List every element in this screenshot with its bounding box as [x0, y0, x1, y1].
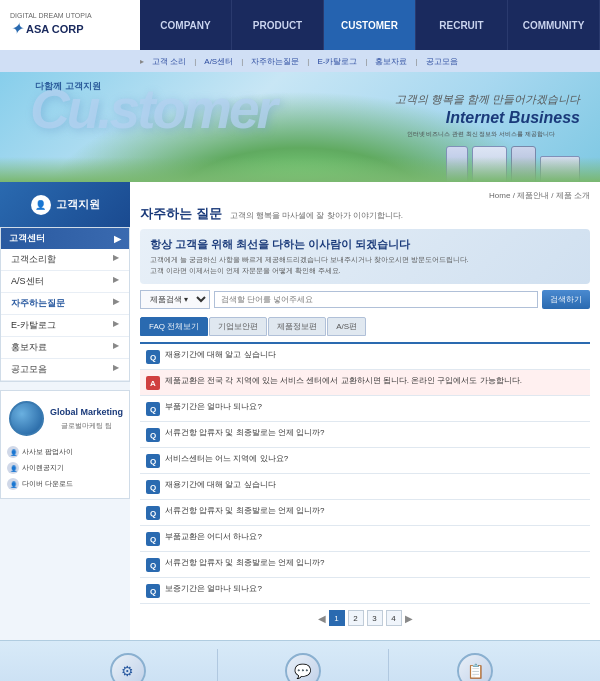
sub-nav: ▸ 고객 소리 | A/S센터 | 자주하는질문 | E-카탈로그 | 홍보자료…	[0, 50, 600, 72]
search-button[interactable]: 검색하기	[542, 290, 590, 309]
search-input[interactable]	[214, 291, 538, 308]
logo-area: DIGITAL DREAM UTOPIA ✦ ASA CORP	[0, 0, 140, 50]
sidebar-link-2[interactable]: 👤 사이렌공지기	[7, 460, 123, 476]
faq-text-8: 서류건항 압류자 및 최종발로는 언제 입니까?	[165, 557, 325, 569]
logo-text: ASA CORP	[26, 23, 84, 35]
faq-text-4: 서비스센터는 어느 지역에 있나요?	[165, 453, 288, 465]
sidebar-item-notice[interactable]: 공고모음 ▶	[1, 359, 129, 381]
sub-nav-notice[interactable]: 공고모음	[420, 54, 464, 69]
faq-text-9: 보증기간은 얼마나 되나요?	[165, 583, 262, 595]
sidebar-item-catalog[interactable]: E-카탈로그 ▶	[1, 315, 129, 337]
faq-item-7[interactable]: Q 부품교환은 어디서 하나요?	[140, 526, 590, 552]
nav-customer[interactable]: CUSTOMER	[324, 0, 416, 50]
service-tech-icon: ⚙	[110, 653, 146, 681]
hero-title: Internet Business	[395, 109, 580, 127]
hero-grass	[0, 157, 600, 182]
sidebar-menu: 고객센터 ▶ 고객소리함 ▶ A/S센터 ▶ 자주하는질문 ▶ E-카탈로그 ▶…	[0, 227, 130, 382]
sub-nav-faq[interactable]: 자주하는질문	[245, 54, 305, 69]
service-biz[interactable]: 📋 업무제휴 이사하는 업무기업과의 업무를 대원합니다	[389, 649, 561, 681]
faq-item-3[interactable]: Q 서류건항 압류자 및 최종발로는 언제 입니까?	[140, 422, 590, 448]
sidebar-header-text: 고객지원	[56, 197, 100, 212]
sub-nav-customer-voice[interactable]: 고객 소리	[146, 54, 192, 69]
faq-text-7: 부품교환은 어디서 하나요?	[165, 531, 262, 543]
faq-text-1: 제품교환은 전국 각 지역에 있는 서비스 센터에서 교환하시면 됩니다. 온라…	[165, 375, 522, 387]
hero-tag: 다함께 고객지원	[35, 80, 101, 93]
faq-tab-as[interactable]: A/S편	[327, 317, 366, 336]
next-page-btn[interactable]: ▶	[405, 613, 413, 624]
sidebar-item-as[interactable]: A/S센터 ▶	[1, 271, 129, 293]
sub-nav-pr[interactable]: 홍보자료	[369, 54, 413, 69]
faq-item-2[interactable]: Q 부품기간은 얼마나 되나요?	[140, 396, 590, 422]
hero-banner: Cu.stomer 다함께 고객지원 고객의 행복을 함께 만들어가겠습니다 I…	[0, 72, 600, 182]
sub-nav-as[interactable]: A/S센터	[198, 54, 239, 69]
page-btn-4[interactable]: 4	[386, 610, 402, 626]
hero-sub: 고객의 행복을 함께 만들어가겠습니다	[395, 92, 580, 107]
sub-nav-catalog[interactable]: E-카탈로그	[311, 54, 363, 69]
page-btn-3[interactable]: 3	[367, 610, 383, 626]
faq-text-5: 재용기간에 대해 알고 싶습니다	[165, 479, 276, 491]
faq-tab-enterprise[interactable]: 기업보안편	[209, 317, 267, 336]
logo-sub: DIGITAL DREAM UTOPIA	[10, 12, 92, 19]
faq-tabs: FAQ 전체보기 기업보안편 제품정보편 A/S편	[140, 317, 590, 336]
breadcrumb: Home / 제품안내 / 제품 소개	[140, 190, 590, 201]
sidebar-link-1[interactable]: 👤 사사보 팜업사이	[7, 444, 123, 460]
faq-q-icon-7: Q	[146, 532, 160, 546]
faq-text-2: 부품기간은 얼마나 되나요?	[165, 401, 262, 413]
faq-text-3: 서류건항 압류자 및 최종발로는 언제 입니까?	[165, 427, 325, 439]
faq-q-icon-0: Q	[146, 350, 160, 364]
sidebar-item-customer-voice[interactable]: 고객소리함 ▶	[1, 249, 129, 271]
faq-item-4[interactable]: Q 서비스센터는 어느 지역에 있나요?	[140, 448, 590, 474]
banner-desc2: 고객 이라면 이제서는이 언제 자문문을 어떻게 확인해 주세요.	[150, 266, 580, 277]
faq-q-icon-9: Q	[146, 584, 160, 598]
faq-list: Q 재용기간에 대해 알고 싶습니다 A 제품교환은 전국 각 지역에 있는 서…	[140, 342, 590, 604]
faq-tab-all[interactable]: FAQ 전체보기	[140, 317, 208, 336]
page-title: 자주하는 질문	[140, 205, 222, 223]
main-container: 👤 고객지원 고객센터 ▶ 고객소리함 ▶ A/S센터 ▶ 자주하는질문 ▶ E…	[0, 182, 600, 640]
nav-recruit[interactable]: RECRUIT	[416, 0, 508, 50]
sidebar: 👤 고객지원 고객센터 ▶ 고객소리함 ▶ A/S센터 ▶ 자주하는질문 ▶ E…	[0, 182, 130, 640]
faq-tab-product[interactable]: 제품정보편	[268, 317, 326, 336]
nav-company[interactable]: COMPANY	[140, 0, 232, 50]
search-select[interactable]: 제품검색 ▾	[140, 290, 210, 309]
faq-item-9[interactable]: Q 보증기간은 얼마나 되나요?	[140, 578, 590, 604]
nav-product[interactable]: PRODUCT	[232, 0, 324, 50]
sidebar-item-faq[interactable]: 자주하는질문 ▶	[1, 293, 129, 315]
faq-q-icon-4: Q	[146, 454, 160, 468]
sidebar-header-icon: 👤	[31, 195, 51, 215]
sidebar-header: 👤 고객지원	[0, 182, 130, 227]
service-tech[interactable]: ⚙ 기술문의 이사를 위해 기술이사를 언제 든 수 있습니다	[39, 649, 218, 681]
content-area: Home / 제품안내 / 제품 소개 자주하는 질문 고객의 행복을 마사셀에…	[130, 182, 600, 640]
faq-item-6[interactable]: Q 서류건항 압류자 및 최종발로는 언제 입니까?	[140, 500, 590, 526]
nav-menu: COMPANY PRODUCT CUSTOMER RECRUIT COMMUNI…	[140, 0, 600, 50]
pagination: ◀ 1 2 3 4 ▶	[140, 604, 590, 632]
faq-item-5[interactable]: Q 재용기간에 대해 알고 싶습니다	[140, 474, 590, 500]
nav-community[interactable]: COMMUNITY	[508, 0, 600, 50]
prev-page-btn[interactable]: ◀	[318, 613, 326, 624]
banner-title: 항상 고객을 위해 최선을 다하는 이사람이 되겠습니다	[150, 237, 580, 252]
banner-desc1: 고객에게 늘 궁금하신 사항을 빠르게 제공해드리겠습니다 보내주시거나 찾아오…	[150, 255, 580, 266]
faq-text-0: 재용기간에 대해 알고 싶습니다	[165, 349, 276, 361]
faq-item-1: A 제품교환은 전국 각 지역에 있는 서비스 센터에서 교환하시면 됩니다. …	[140, 370, 590, 396]
faq-item-8[interactable]: Q 서류건항 압류자 및 최종발로는 언제 입니까?	[140, 552, 590, 578]
faq-item-0[interactable]: Q 재용기간에 대해 알고 싶습니다	[140, 344, 590, 370]
hero-desc: 인터넷 비즈니스 관련 최신 정보와 서비스를 제공합니다	[395, 130, 555, 138]
search-bar: 제품검색 ▾ 검색하기	[140, 290, 590, 309]
globe-icon	[9, 401, 44, 436]
service-product-icon: 💬	[285, 653, 321, 681]
content-banner: 항상 고객을 위해 최선을 다하는 이사람이 되겠습니다 고객에게 늘 궁금하신…	[140, 229, 590, 284]
page-btn-1[interactable]: 1	[329, 610, 345, 626]
sidebar-item-pr[interactable]: 홍보자료 ▶	[1, 337, 129, 359]
faq-q-icon-3: Q	[146, 428, 160, 442]
service-biz-icon: 📋	[457, 653, 493, 681]
sidebar-link-3[interactable]: 👤 다이버 다운로드	[7, 476, 123, 492]
faq-q-icon-2: Q	[146, 402, 160, 416]
service-product[interactable]: 💬 제품상담 이사를 위해 이사하는 언제 든 수 있습니다	[218, 649, 390, 681]
global-sub: 글로벌마케팅 팀	[50, 421, 123, 431]
faq-q-icon-8: Q	[146, 558, 160, 572]
faq-q-icon-6: Q	[146, 506, 160, 520]
header: DIGITAL DREAM UTOPIA ✦ ASA CORP COMPANY …	[0, 0, 600, 50]
page-btn-2[interactable]: 2	[348, 610, 364, 626]
sidebar-menu-title: 고객센터 ▶	[1, 228, 129, 249]
page-title-desc: 고객의 행복을 마사셀에 잘 찾아가 이야기합니다.	[230, 210, 403, 221]
faq-q-icon-5: Q	[146, 480, 160, 494]
